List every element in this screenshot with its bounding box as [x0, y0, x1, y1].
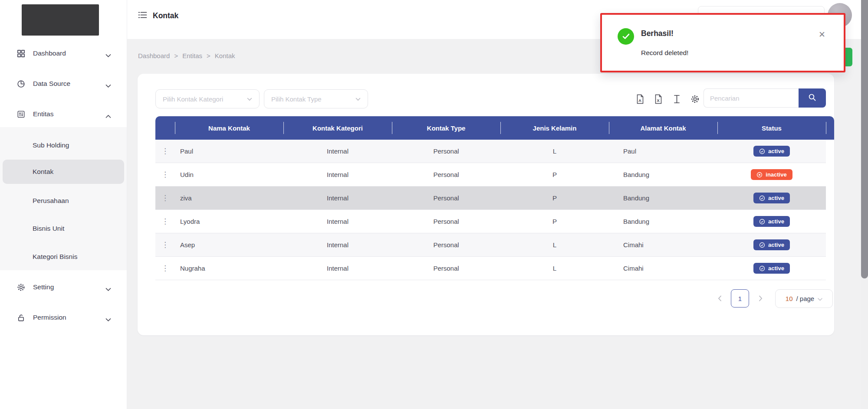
status-badge[interactable]: active	[753, 263, 790, 274]
table-row[interactable]: Paul Internal Personal L Paul active	[155, 140, 826, 163]
sidebar-item-label: Permission	[33, 314, 66, 321]
table-row[interactable]: Udin Internal Personal P Bandung inactiv…	[155, 163, 826, 187]
status-badge[interactable]: active	[753, 216, 790, 227]
sidebar-item-setting[interactable]: Setting	[0, 281, 127, 294]
cell-alamat: Bandung	[609, 194, 717, 202]
kebab-menu-icon[interactable]	[155, 240, 175, 249]
unlock-icon	[16, 313, 25, 322]
gear-icon	[16, 283, 25, 291]
cell-nama: Paul	[175, 147, 283, 155]
cell-jenis-kelamin: L	[500, 265, 609, 272]
prev-page-button[interactable]	[715, 294, 724, 303]
chevron-down-icon	[247, 95, 252, 103]
status-badge[interactable]: active	[753, 239, 790, 250]
sidebar-item-perusahaan[interactable]: Perusahaan	[0, 194, 127, 207]
table-body: Paul Internal Personal L Paul active Udi…	[155, 140, 826, 280]
cell-type: Personal	[392, 218, 500, 225]
search-input[interactable]	[704, 88, 799, 108]
table-header-alamat-kontak: Alamat Kontak	[609, 116, 717, 140]
sidebar-item-label: Dashboard	[33, 49, 66, 57]
cell-nama: Asep	[175, 241, 283, 249]
breadcrumb: Dashboard > Entitas > Kontak	[138, 52, 235, 59]
status-badge[interactable]: inactive	[751, 169, 792, 180]
chevron-down-icon	[105, 82, 111, 86]
cell-type: Personal	[392, 147, 500, 155]
search-icon	[808, 93, 816, 103]
cell-status: active	[717, 216, 826, 227]
export-pdf-icon[interactable]: A	[635, 94, 645, 104]
check-circle-icon	[759, 219, 765, 225]
close-icon[interactable]	[819, 29, 825, 39]
sidebar-item-sub-holding[interactable]: Sub Holding	[0, 139, 127, 152]
breadcrumb-item-dashboard[interactable]: Dashboard	[138, 52, 170, 59]
page-size-suffix: / page	[796, 295, 814, 302]
sidebar-item-label: Entitas	[33, 110, 53, 118]
chevron-down-icon	[105, 285, 111, 289]
kontak-type-select[interactable]: Pilih Kontak Type	[264, 89, 368, 108]
sidebar-item-permission[interactable]: Permission	[0, 311, 127, 324]
table-header-row: Nama Kontak Kontak Kategori Kontak Type …	[155, 116, 834, 140]
kebab-menu-icon[interactable]	[155, 217, 175, 226]
kebab-menu-icon[interactable]	[155, 147, 175, 156]
pagination: 1 10 / page	[715, 289, 833, 308]
cell-alamat: Paul	[609, 147, 717, 155]
kebab-menu-icon[interactable]	[155, 170, 175, 179]
cell-type: Personal	[392, 194, 500, 202]
table-header-jenis-kelamin: Jenis Kelamin	[500, 116, 609, 140]
cell-nama: Nugraha	[175, 265, 283, 272]
page-title: Kontak	[153, 11, 178, 20]
search-bar	[704, 88, 826, 108]
table-row[interactable]: Lyodra Internal Personal P Bandung activ…	[155, 210, 826, 233]
breadcrumb-item-entitas[interactable]: Entitas	[182, 52, 202, 59]
sidebar-item-bisnis-unit[interactable]: Bisnis Unit	[0, 222, 127, 235]
table-header-kontak-kategori: Kontak Kategori	[283, 116, 392, 140]
pie-chart-icon	[16, 79, 25, 88]
table-header-gutter	[826, 116, 834, 140]
svg-text:X: X	[657, 98, 660, 102]
check-circle-icon	[759, 242, 765, 248]
app-screen: Kontak Dashboard Data Source	[0, 0, 868, 409]
page-size-select[interactable]: 10 / page	[775, 289, 833, 308]
table-header-kontak-type: Kontak Type	[392, 116, 500, 140]
breadcrumb-item-kontak[interactable]: Kontak	[215, 52, 235, 59]
page-number-button[interactable]: 1	[731, 289, 749, 308]
search-button[interactable]	[799, 88, 826, 108]
grid-icon	[16, 49, 25, 58]
status-badge[interactable]: active	[753, 146, 790, 157]
table-row[interactable]: Asep Internal Personal L Cimahi active	[155, 233, 826, 257]
next-page-button[interactable]	[756, 294, 765, 303]
cell-jenis-kelamin: P	[500, 194, 609, 202]
scrollbar-thumb[interactable]	[861, 0, 868, 278]
sliders-icon	[16, 110, 25, 118]
cell-nama: ziva	[175, 194, 283, 202]
select-placeholder: Pilih Kontak Type	[271, 95, 322, 103]
select-placeholder: Pilih Kontak Kategori	[163, 95, 223, 103]
sidebar-item-kategori-bisnis[interactable]: Kategori Bisnis	[0, 250, 127, 263]
cell-status: active	[717, 146, 826, 157]
cell-kategori: Internal	[283, 171, 392, 178]
cell-status: active	[717, 193, 826, 203]
breadcrumb-separator: >	[174, 52, 178, 59]
sidebar-item-kontak[interactable]: Kontak	[0, 165, 127, 178]
kebab-menu-icon[interactable]	[155, 264, 175, 273]
kontak-kategori-select[interactable]: Pilih Kontak Kategori	[155, 89, 260, 108]
table-row[interactable]: Nugraha Internal Personal L Cimahi activ…	[155, 257, 826, 280]
export-excel-icon[interactable]: X	[653, 94, 664, 104]
kontak-table-card: Pilih Kontak Kategori Pilih Kontak Type …	[138, 74, 834, 335]
row-height-icon[interactable]	[671, 94, 682, 104]
table-row-highlighted[interactable]: ziva Internal Personal P Bandung active	[155, 187, 826, 210]
cell-status: inactive	[717, 169, 826, 180]
success-check-icon	[618, 28, 634, 45]
cell-jenis-kelamin: P	[500, 218, 609, 225]
sidebar-item-entitas[interactable]: Entitas	[0, 108, 127, 121]
sidebar-item-dashboard[interactable]: Dashboard	[0, 47, 127, 60]
sidebar-item-data-source[interactable]: Data Source	[0, 77, 127, 90]
table-settings-icon[interactable]	[690, 94, 700, 104]
kebab-menu-icon[interactable]	[155, 193, 175, 203]
cell-nama: Udin	[175, 171, 283, 178]
status-badge[interactable]: active	[753, 193, 790, 203]
chevron-up-icon	[105, 112, 111, 116]
check-circle-icon	[759, 195, 765, 201]
svg-text:A: A	[638, 98, 641, 102]
list-icon	[138, 11, 147, 20]
